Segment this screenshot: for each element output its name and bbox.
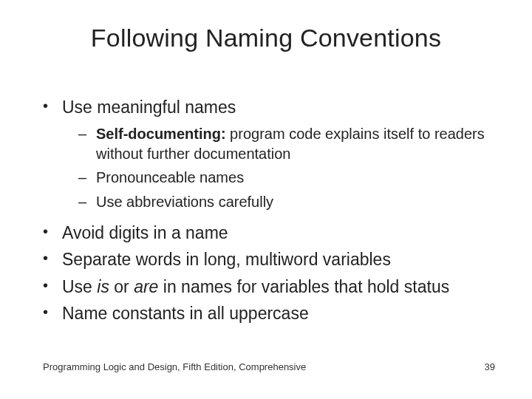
slide: Following Naming Conventions Use meaning… xyxy=(0,0,532,399)
sub-text: Pronounceable names xyxy=(96,169,244,185)
sub-bullet-item: Self-documenting: program code explains … xyxy=(78,124,495,163)
sub-bold-label: Self-documenting: xyxy=(96,126,226,142)
bullet-text: Use meaningful names xyxy=(62,98,236,117)
sub-bullet-item: Use abbreviations carefully xyxy=(78,192,495,211)
page-number: 39 xyxy=(485,361,495,372)
slide-title: Following Naming Conventions xyxy=(0,24,532,52)
bullet-item: Name constants in all uppercase xyxy=(43,302,495,324)
bullet-item: Use meaningful names Self-documenting: p… xyxy=(43,96,495,211)
bullet-text-italic: are xyxy=(134,277,158,296)
bullet-text-mid: or xyxy=(109,277,134,296)
bullet-text: Avoid digits in a name xyxy=(62,223,228,242)
bullet-text-italic: is xyxy=(97,277,109,296)
bullet-text: Name constants in all uppercase xyxy=(62,304,309,323)
bullet-item: Avoid digits in a name xyxy=(43,222,495,244)
bullet-text: Separate words in long, multiword variab… xyxy=(62,250,391,269)
sub-text: Use abbreviations carefully xyxy=(96,194,273,210)
slide-body: Use meaningful names Self-documenting: p… xyxy=(43,96,495,329)
footer-text: Programming Logic and Design, Fifth Edit… xyxy=(43,361,306,372)
bullet-item: Use is or are in names for variables tha… xyxy=(43,276,495,298)
sub-bullet-item: Pronounceable names xyxy=(78,168,495,187)
bullet-list-1: Use meaningful names Self-documenting: p… xyxy=(43,96,495,211)
bullet-list-2: Avoid digits in a name Separate words in… xyxy=(43,222,495,324)
bullet-item: Separate words in long, multiword variab… xyxy=(43,248,495,270)
bullet-text-pre: Use xyxy=(62,277,97,296)
bullet-text-post: in names for variables that hold status xyxy=(158,277,449,296)
footer: Programming Logic and Design, Fifth Edit… xyxy=(43,361,495,372)
sub-bullet-list: Self-documenting: program code explains … xyxy=(62,124,495,211)
